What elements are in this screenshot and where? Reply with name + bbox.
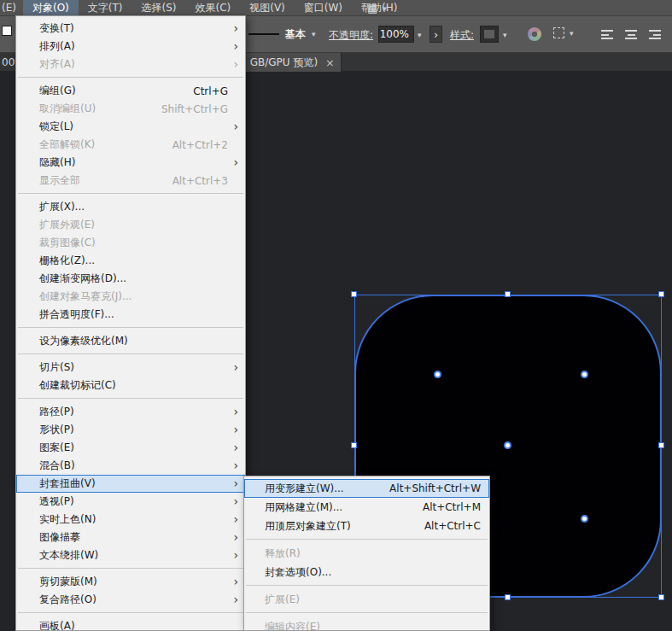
menu-item-label: 栅格化(Z)... [39,254,95,268]
menu-item-label: 剪切蒙版(M) [39,575,97,589]
menu-item[interactable]: 路径(P)› [16,403,245,421]
menu-item[interactable]: 隐藏(H)› [16,154,245,172]
corner-widget-top-left[interactable] [434,371,441,378]
menu-item[interactable]: 编组(G)Ctrl+G [16,82,245,100]
submenu-arrow-icon: › [233,477,238,489]
workspace-switcher-button[interactable]: ▦ ▾ [367,0,387,16]
menubar-item[interactable]: 窗口(W) [295,0,352,15]
menu-item-label: 封套扭曲(V) [39,476,96,491]
menu-item[interactable]: 扩展(X)... [16,198,245,216]
menu-item-label: 用顶层对象建立(T) [265,519,351,534]
menu-item[interactable]: 剪切蒙版(M)› [16,573,245,591]
menu-item: 全部解锁(K)Alt+Ctrl+2 [16,136,245,154]
menu-item-shortcut: Alt+Ctrl+2 [157,139,228,151]
menu-item[interactable]: 创建裁切标记(C) [16,377,245,394]
menu-separator [18,327,243,328]
menu-item-shortcut: Alt+Ctrl+3 [157,175,228,187]
menu-item[interactable]: 形状(P)› [16,421,245,439]
align-center-button[interactable] [622,27,640,42]
menu-item[interactable]: 设为像素级优化(M) [16,332,245,350]
selection-handle-bottom-center[interactable] [505,594,511,600]
more-options-button[interactable]: › [429,26,442,43]
submenu-arrow-icon: › [233,441,238,453]
menu-item[interactable]: 用变形建立(W)...Alt+Shift+Ctrl+W [244,479,489,498]
menu-item[interactable]: 混合(B)› [16,457,245,475]
menu-item-label: 拼合透明度(F)... [39,307,114,322]
menu-item[interactable]: 实时上色(N)› [16,511,245,529]
menu-item[interactable]: 复合路径(O)› [16,591,245,609]
selection-handle-top-center[interactable] [505,291,511,297]
selection-handle-middle-right[interactable] [658,442,664,448]
menu-item-shortcut: Alt+Ctrl+M [407,501,481,513]
menu-item-label: 混合(B) [39,459,75,473]
selection-handle-top-left[interactable] [351,291,357,297]
menu-item[interactable]: 文本绕排(W)› [16,546,245,564]
envelope-submenu-items: 用变形建立(W)...Alt+Shift+Ctrl+W用网格建立(M)...Al… [244,479,489,631]
submenu-arrow-icon: › [233,459,238,471]
menu-item[interactable]: 封套选项(O)... [244,563,489,581]
menu-item[interactable]: 锁定(L)› [16,118,245,136]
corner-widget-bottom-right[interactable] [581,515,588,523]
chevron-right-icon: › [434,28,438,41]
menu-item-label: 创建渐变网格(D)... [39,272,126,286]
align-right-button[interactable] [646,27,664,42]
opacity-field[interactable]: 100% [378,26,414,43]
align-left-button[interactable] [598,27,616,42]
stroke-profile-dropdown[interactable]: 基本 ▾ [248,26,316,43]
recolor-artwork-icon[interactable] [528,27,541,41]
menu-item[interactable]: 图像描摹› [16,529,245,546]
menu-item[interactable]: 用顶层对象建立(T)Alt+Ctrl+C [244,517,489,535]
menubar-item[interactable]: 对象(O) [23,0,79,15]
chevron-down-icon: ▾ [383,4,387,13]
selection-handle-middle-left[interactable] [351,442,357,448]
menu-item: 释放(R) [244,544,489,563]
menubar-item[interactable]: 选择(S) [131,0,185,15]
menu-item[interactable]: 拼合透明度(F)... [16,306,245,324]
menu-item[interactable]: 透视(P)› [16,493,245,511]
menu-item[interactable]: 切片(S)› [16,359,245,377]
menu-item-label: 编组(G) [39,84,76,98]
shape-center-point[interactable] [504,441,511,449]
close-tab-icon[interactable]: × [325,57,335,68]
menu-item-shortcut: Alt+Shift+Ctrl+W [374,482,481,494]
fill-swatch-partial[interactable] [2,26,12,36]
menu-item: 创建对象马赛克(J)... [16,288,245,306]
document-setup-button[interactable]: ▾ [553,27,574,38]
opacity-dropdown-chevron-icon[interactable]: ▾ [418,31,422,39]
submenu-arrow-icon: › [233,40,238,52]
menu-item: 编辑内容(E) [244,617,489,631]
menubar-item[interactable]: 效果(C) [185,0,240,15]
submenu-arrow-icon: › [233,424,238,435]
menubar-item[interactable]: (E) [0,0,23,15]
style-dropdown-chevron-icon[interactable]: ▾ [503,31,507,39]
menu-item[interactable]: 变换(T)› [16,20,245,38]
object-menu: 变换(T)›排列(A)›对齐(A)›编组(G)Ctrl+G取消编组(U)Shif… [15,15,246,631]
menu-item[interactable]: 画板(A) [16,617,245,631]
menubar-item[interactable]: 视图(V) [240,0,295,15]
menu-item[interactable]: 用网格建立(M)...Alt+Ctrl+M [244,498,489,517]
selection-handle-top-right[interactable] [658,291,664,297]
menu-item[interactable]: 创建渐变网格(D)... [16,270,245,288]
menu-item-label: 扩展(X)... [39,200,85,214]
menu-item[interactable]: 封套扭曲(V)› [16,475,245,493]
menu-item-label: 排列(A) [39,39,75,54]
menu-item-label: 用网格建立(M)... [265,500,342,515]
style-swatch[interactable] [480,26,499,43]
menu-item[interactable]: 栅格化(Z)... [16,252,245,270]
menu-item-label: 复合路径(O) [39,593,96,607]
menu-item[interactable]: 排列(A)› [16,38,245,56]
opacity-link[interactable]: 不透明度: [329,28,373,43]
menu-item-label: 全部解锁(K) [39,137,95,152]
corner-widget-top-right[interactable] [581,371,588,378]
style-link[interactable]: 样式: [450,28,474,43]
menubar-item[interactable]: 文字(T) [79,0,132,15]
menu-item: 取消编组(U)Shift+Ctrl+G [16,100,245,118]
menu-item[interactable]: 图案(E)› [16,439,245,457]
selection-handle-bottom-right[interactable] [658,594,664,600]
menu-item-label: 画板(A) [39,619,75,631]
menu-separator [246,585,488,586]
menu-item-label: 隐藏(H) [39,155,75,170]
align-left-icon [601,30,613,39]
menu-item: 扩展(E) [244,590,489,609]
menu-separator [18,353,243,354]
